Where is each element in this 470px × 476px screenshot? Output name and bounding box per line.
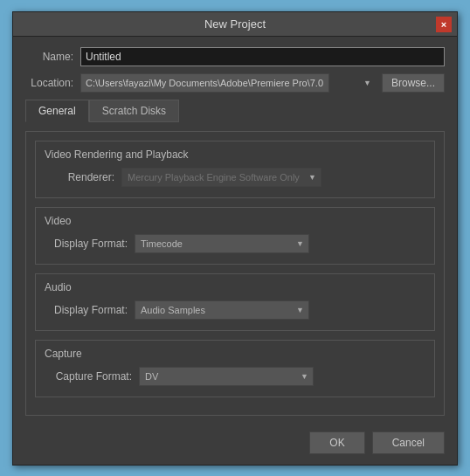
- capture-format-select[interactable]: DV HDV: [139, 367, 314, 386]
- renderer-dropdown-wrapper: Mercury Playback Engine Software Only: [121, 168, 321, 187]
- location-row: Location: C:\Users\fayazi\My Documents\A…: [25, 73, 445, 93]
- section-video-rendering: Video Rendering and Playback Renderer: M…: [35, 141, 435, 198]
- name-row: Name:: [25, 47, 445, 66]
- video-display-format-label: Display Format:: [45, 238, 128, 250]
- location-select[interactable]: C:\Users\fayazi\My Documents\Adobe\Premi…: [80, 73, 329, 93]
- video-display-select[interactable]: Timecode Frames Feet + Frames 16mm Feet …: [135, 234, 309, 253]
- capture-format-dropdown-wrapper: DV HDV: [139, 367, 314, 386]
- audio-display-select[interactable]: Audio Samples Milliseconds: [135, 300, 309, 320]
- dialog-title: New Project: [204, 17, 266, 31]
- renderer-select: Mercury Playback Engine Software Only: [121, 168, 321, 187]
- new-project-dialog: New Project × Name: Location: C:\Users\f…: [12, 11, 458, 466]
- name-input[interactable]: [80, 47, 445, 66]
- video-display-format-field: Display Format: Timecode Frames Feet + F…: [45, 234, 425, 253]
- renderer-field: Renderer: Mercury Playback Engine Softwa…: [45, 168, 425, 187]
- renderer-label: Renderer:: [45, 171, 114, 183]
- name-label: Name:: [25, 51, 73, 63]
- dialog-body: Name: Location: C:\Users\fayazi\My Docum…: [13, 37, 457, 424]
- location-label: Location:: [25, 77, 73, 89]
- capture-format-field: Capture Format: DV HDV: [45, 367, 425, 386]
- tab-general[interactable]: General: [25, 100, 89, 122]
- tabs-container: General Scratch Disks: [25, 100, 445, 122]
- video-display-dropdown-wrapper: Timecode Frames Feet + Frames 16mm Feet …: [135, 234, 309, 253]
- location-select-wrapper: C:\Users\fayazi\My Documents\Adobe\Premi…: [80, 73, 377, 93]
- audio-display-dropdown-wrapper: Audio Samples Milliseconds: [135, 300, 309, 320]
- title-bar: New Project ×: [13, 12, 457, 37]
- tab-scratch-disks[interactable]: Scratch Disks: [89, 100, 179, 122]
- capture-format-label: Capture Format:: [45, 370, 132, 383]
- browse-button[interactable]: Browse...: [382, 73, 445, 93]
- ok-button[interactable]: OK: [309, 431, 364, 454]
- section-capture: Capture Capture Format: DV HDV: [35, 340, 435, 397]
- dialog-footer: OK Cancel: [13, 424, 457, 465]
- close-button[interactable]: ×: [436, 17, 452, 32]
- section-video: Video Display Format: Timecode Frames Fe…: [35, 207, 435, 265]
- audio-display-format-field: Display Format: Audio Samples Millisecon…: [45, 300, 425, 320]
- cancel-button[interactable]: Cancel: [372, 431, 445, 454]
- audio-display-format-label: Display Format:: [45, 304, 128, 316]
- audio-title: Audio: [45, 281, 425, 293]
- capture-title: Capture: [45, 348, 425, 360]
- tab-content-general: Video Rendering and Playback Renderer: M…: [25, 131, 445, 416]
- section-audio: Audio Display Format: Audio Samples Mill…: [35, 273, 435, 331]
- video-title: Video: [45, 215, 425, 227]
- video-rendering-title: Video Rendering and Playback: [45, 148, 425, 161]
